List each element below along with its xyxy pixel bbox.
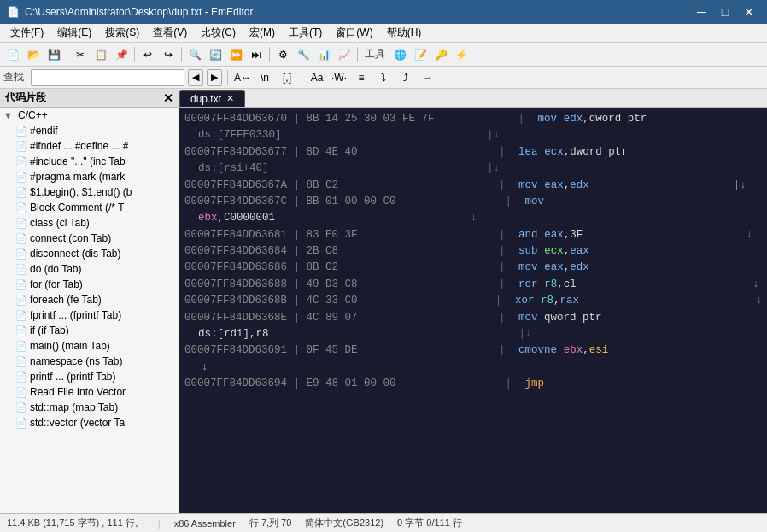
search-opt7[interactable]: ⤵ bbox=[374, 68, 393, 87]
sidebar-item-12[interactable]: 📄 fprintf ... (fprintf Tab) bbox=[0, 307, 179, 323]
sidebar-item-14[interactable]: 📄 main() (main Tab) bbox=[0, 338, 179, 354]
tab-dup-txt[interactable]: dup.txt ✕ bbox=[179, 90, 245, 107]
sidebar-item-19[interactable]: 📄 std::vector (vector Ta bbox=[0, 415, 179, 430]
snippet-icon-5: 📄 bbox=[15, 202, 27, 213]
sep-search bbox=[227, 70, 228, 85]
code-line-14: ds:[rdi],r8 |↓ bbox=[184, 326, 762, 342]
sidebar-title: 代码片段 bbox=[5, 91, 46, 105]
addr-6: 00007FF84DD6367C | BB 01 00 00 C0 bbox=[184, 194, 499, 210]
menu-macro[interactable]: 宏(M) bbox=[243, 24, 282, 42]
code-line-13: 00007FF84DD6368E | 4C 89 07 | mov qword … bbox=[184, 310, 762, 326]
titlebar-left: 📄 C:\Users\Administrator\Desktop\dup.txt… bbox=[7, 6, 253, 18]
tree-root-cpp[interactable]: ▼ C/C++ bbox=[0, 108, 179, 123]
undo-button[interactable]: ↩ bbox=[138, 45, 157, 64]
code-line-12: 00007FF84DD6368B | 4C 33 C0 | xor r8,rax… bbox=[184, 293, 762, 309]
sep3 bbox=[181, 47, 182, 62]
sep2 bbox=[134, 47, 135, 62]
paste-button[interactable]: 📌 bbox=[112, 45, 131, 64]
search-opt2[interactable]: \n bbox=[255, 68, 274, 87]
menu-window[interactable]: 窗口(W) bbox=[329, 24, 379, 42]
menu-edit[interactable]: 编辑(E) bbox=[50, 24, 98, 42]
sidebar-item-13[interactable]: 📄 if (if Tab) bbox=[0, 323, 179, 338]
tab-close-button[interactable]: ✕ bbox=[226, 93, 234, 104]
menu-file[interactable]: 文件(F) bbox=[3, 24, 50, 42]
sidebar-item-10[interactable]: 📄 for (for Tab) bbox=[0, 277, 179, 292]
status-charset: 简体中文(GB2312) bbox=[305, 517, 384, 529]
macro3-button[interactable]: 🔑 bbox=[431, 45, 450, 64]
code-content[interactable]: 00007FF84DD63670 | 8B 14 25 30 03 FE 7F … bbox=[179, 108, 767, 513]
tool1-button[interactable]: ⚙ bbox=[273, 45, 292, 64]
search-prev-button[interactable]: ◀ bbox=[188, 69, 203, 86]
sidebar-item-7[interactable]: 📄 connect (con Tab) bbox=[0, 231, 179, 246]
snippet-icon-9: 📄 bbox=[15, 264, 27, 275]
copy-button[interactable]: 📋 bbox=[91, 45, 110, 64]
search-opt5[interactable]: ·W· bbox=[330, 68, 348, 87]
sidebar-item-2[interactable]: 📄 #include "..." (inc Tab bbox=[0, 154, 179, 169]
open-button[interactable]: 📂 bbox=[24, 45, 43, 64]
sidebar-item-0[interactable]: 📄 #endif bbox=[0, 123, 179, 138]
sidebar-close-button[interactable]: ✕ bbox=[163, 91, 173, 105]
sidebar-item-label-1: #ifndef ... #define ... # bbox=[30, 140, 128, 152]
search-next-button[interactable]: ▶ bbox=[207, 69, 222, 86]
find-button[interactable]: 🔍 bbox=[185, 45, 204, 64]
menu-search[interactable]: 搜索(S) bbox=[98, 24, 146, 42]
search-opt4[interactable]: Aa bbox=[307, 68, 326, 87]
code-area[interactable]: 00007FF84DD63670 | 8B 14 25 30 03 FE 7F … bbox=[179, 108, 767, 513]
sidebar-item-3[interactable]: 📄 #pragma mark (mark bbox=[0, 169, 179, 184]
status-position: 行 7,列 70 bbox=[249, 517, 292, 529]
findall-button[interactable]: ⏭ bbox=[247, 45, 266, 64]
sidebar-item-18[interactable]: 📄 std::map (map Tab) bbox=[0, 400, 179, 415]
save-button[interactable]: 💾 bbox=[44, 45, 63, 64]
search-opt8[interactable]: ⤴ bbox=[396, 68, 415, 87]
search-opt1[interactable]: A↔ bbox=[233, 68, 252, 87]
sep5 bbox=[357, 47, 358, 62]
menu-view[interactable]: 查看(V) bbox=[146, 24, 194, 42]
menu-tools[interactable]: 工具(T) bbox=[282, 24, 329, 42]
sidebar-item-1[interactable]: 📄 #ifndef ... #define ... # bbox=[0, 138, 179, 154]
cut-button[interactable]: ✂ bbox=[71, 45, 90, 64]
macro2-button[interactable]: 📝 bbox=[411, 45, 430, 64]
search-opt3[interactable]: [,] bbox=[278, 68, 296, 87]
sidebar-item-16[interactable]: 📄 printf ... (printf Tab) bbox=[0, 369, 179, 384]
sidebar-item-5[interactable]: 📄 Block Comment (/* T bbox=[0, 200, 179, 215]
tab-bar: dup.txt ✕ bbox=[179, 89, 767, 108]
search-opt9[interactable]: → bbox=[419, 68, 437, 87]
titlebar: 📄 C:\Users\Administrator\Desktop\dup.txt… bbox=[0, 0, 767, 24]
replace-button[interactable]: 🔄 bbox=[206, 45, 225, 64]
sidebar-item-9[interactable]: 📄 do (do Tab) bbox=[0, 261, 179, 277]
tree-root-label: C/C++ bbox=[18, 109, 48, 121]
sidebar-item-11[interactable]: 📄 foreach (fe Tab) bbox=[0, 292, 179, 307]
snippet-icon-10: 📄 bbox=[15, 279, 27, 290]
findnext-button[interactable]: ⏩ bbox=[226, 45, 245, 64]
menu-compare[interactable]: 比较(C) bbox=[194, 24, 243, 42]
snippet-icon-2: 📄 bbox=[15, 156, 27, 167]
redo-button[interactable]: ↪ bbox=[159, 45, 178, 64]
macro4-button[interactable]: ⚡ bbox=[452, 45, 471, 64]
sidebar-item-4[interactable]: 📄 $1.begin(), $1.end() (b bbox=[0, 184, 179, 200]
minimize-button[interactable]: ─ bbox=[690, 3, 712, 20]
status-encoding: x86 Assembler bbox=[174, 518, 236, 529]
search-input[interactable] bbox=[31, 69, 184, 86]
tool2-button[interactable]: 🔧 bbox=[294, 45, 313, 64]
sidebar-item-label-19: std::vector (vector Ta bbox=[30, 417, 125, 429]
sidebar-item-8[interactable]: 📄 disconnect (dis Tab) bbox=[0, 246, 179, 261]
addr-12: 00007FF84DD6368B | 4C 33 C0 bbox=[184, 293, 489, 309]
sidebar-item-6[interactable]: 📄 class (cl Tab) bbox=[0, 215, 179, 231]
sep4 bbox=[269, 47, 270, 62]
addr-2: ds:[7FFE0330] bbox=[198, 127, 480, 143]
snippet-icon-12: 📄 bbox=[15, 310, 27, 321]
close-button[interactable]: ✕ bbox=[738, 3, 760, 20]
new-button[interactable]: 📄 bbox=[3, 45, 22, 64]
sidebar-item-label-17: Read File Into Vector bbox=[30, 386, 126, 398]
snippet-icon-6: 📄 bbox=[15, 218, 27, 229]
menu-help[interactable]: 帮助(H) bbox=[380, 24, 429, 42]
maximize-button[interactable]: □ bbox=[714, 3, 736, 20]
sidebar-item-17[interactable]: 📄 Read File Into Vector bbox=[0, 384, 179, 400]
macro1-button[interactable]: 🌐 bbox=[390, 45, 409, 64]
tool3-button[interactable]: 📊 bbox=[314, 45, 333, 64]
tool4-button[interactable]: 📈 bbox=[335, 45, 354, 64]
search-opt6[interactable]: ≡ bbox=[352, 68, 371, 87]
sidebar-item-15[interactable]: 📄 namespace (ns Tab) bbox=[0, 354, 179, 369]
snippet-icon-0: 📄 bbox=[15, 126, 27, 137]
status-selection: 0 字节 0/111 行 bbox=[397, 517, 462, 529]
